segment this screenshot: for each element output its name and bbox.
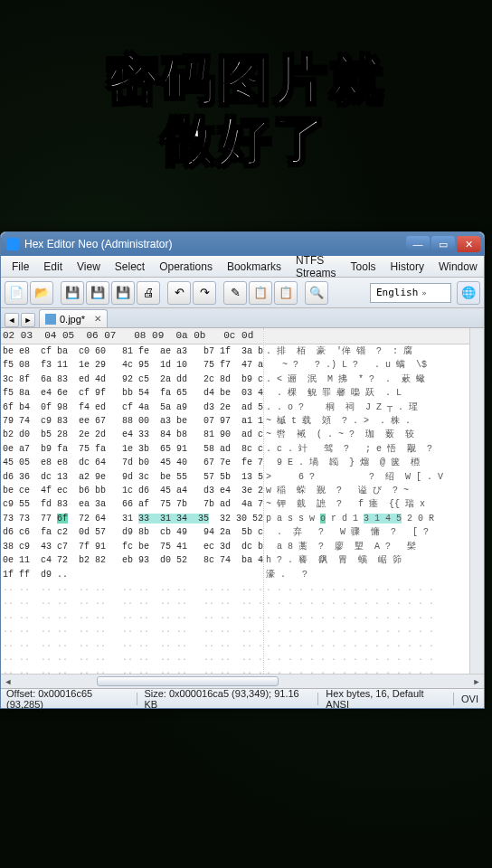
caption-line2: 做好了 (0, 110, 492, 171)
scroll-left-button[interactable]: ◄ (1, 677, 15, 686)
tab-prev-button[interactable]: ◄ (5, 313, 19, 327)
toolbar: 📄 📂 💾 💾 💾 🖨 ↶ ↷ ✎ 📋 📋 🔍 English » 🌐 (1, 278, 484, 308)
menu-edit[interactable]: Edit (36, 258, 70, 276)
menu-operations[interactable]: Operations (152, 258, 220, 276)
status-offset: Offset: 0x00016c65 (93,285) (6, 688, 129, 710)
status-overwrite: OVI (461, 693, 478, 704)
globe-icon[interactable]: 🌐 (457, 281, 480, 305)
app-window: Hex Editor Neo (Administrator) — ▭ ✕ Fil… (0, 231, 485, 709)
copy-icon[interactable]: 📋 (249, 281, 272, 305)
overlay-caption: 密码图片就 做好了 (0, 50, 492, 170)
document-tab[interactable]: 0.jpg* ✕ (39, 309, 108, 327)
menu-history[interactable]: History (383, 258, 431, 276)
vertical-scrollbar[interactable] (469, 328, 484, 674)
save-as-icon[interactable]: 💾 (86, 281, 109, 305)
minimize-button[interactable]: — (406, 236, 430, 252)
maximize-button[interactable]: ▭ (431, 236, 455, 252)
scroll-track[interactable] (15, 675, 469, 688)
language-box[interactable]: English » (370, 283, 451, 303)
hex-columns: 02 03 04 05 06 07 08 09 0a 0b 0c 0d 0e 0… (1, 328, 263, 344)
app-icon (6, 238, 19, 250)
language-label: English (376, 287, 418, 298)
menu-tools[interactable]: Tools (344, 258, 383, 276)
tab-next-button[interactable]: ► (21, 313, 35, 327)
close-button[interactable]: ✕ (457, 236, 480, 252)
titlebar[interactable]: Hex Editor Neo (Administrator) — ▭ ✕ (1, 232, 484, 256)
print-icon[interactable]: 🖨 (137, 281, 160, 305)
hex-content: 02 03 04 05 06 07 08 09 0a 0b 0c 0d 0e 0… (1, 328, 484, 674)
edit-icon[interactable]: ✎ (223, 281, 247, 305)
image-icon (45, 314, 56, 325)
caption-line1: 密码图片就 (0, 50, 492, 110)
redo-icon[interactable]: ↷ (193, 281, 216, 305)
ascii-pane[interactable]: . 排 栢 豪 '侔 锱 ? : 腐 ~ ? ? .) L ? . u 螨 \$… (263, 328, 469, 674)
paste-icon[interactable]: 📋 (274, 281, 298, 305)
tabbar: ◄ ► 0.jpg* ✕ (1, 308, 484, 328)
menu-bookmarks[interactable]: Bookmarks (220, 258, 289, 276)
statusbar: Offset: 0x00016c65 (93,285) Size: 0x0000… (1, 688, 484, 708)
new-icon[interactable]: 📄 (5, 281, 28, 305)
save-icon[interactable]: 💾 (61, 281, 84, 305)
scroll-right-button[interactable]: ► (469, 677, 484, 686)
menu-view[interactable]: View (70, 258, 108, 276)
chevron-down-icon: » (421, 288, 426, 297)
hex-rows[interactable]: be e8 cf ba c0 60 81 fe ae a3 b7 1f 3a b… (1, 344, 263, 674)
save-all-icon[interactable]: 💾 (111, 281, 135, 305)
open-icon[interactable]: 📂 (30, 281, 53, 305)
find-icon[interactable]: 🔍 (305, 281, 328, 305)
undo-icon[interactable]: ↶ (167, 281, 191, 305)
ascii-header (264, 328, 469, 344)
status-size: Size: 0x000016ca5 (93,349); 91.16 KB (144, 688, 310, 710)
hex-pane[interactable]: 02 03 04 05 06 07 08 09 0a 0b 0c 0d 0e 0… (1, 328, 263, 674)
tab-label: 0.jpg* (60, 314, 85, 325)
menubar: File Edit View Select Operations Bookmar… (1, 256, 484, 278)
scroll-thumb[interactable] (97, 676, 279, 686)
ascii-rows[interactable]: . 排 栢 豪 '侔 锱 ? : 腐 ~ ? ? .) L ? . u 螨 \$… (264, 344, 469, 674)
menu-file[interactable]: File (5, 258, 36, 276)
menu-window[interactable]: Window (431, 258, 485, 276)
title-text: Hex Editor Neo (Administrator) (24, 238, 172, 250)
close-tab-icon[interactable]: ✕ (94, 314, 101, 324)
status-encoding: Hex bytes, 16, Default ANSI (326, 688, 446, 710)
menu-select[interactable]: Select (108, 258, 152, 276)
horizontal-scrollbar[interactable]: ◄ ► (1, 674, 484, 688)
